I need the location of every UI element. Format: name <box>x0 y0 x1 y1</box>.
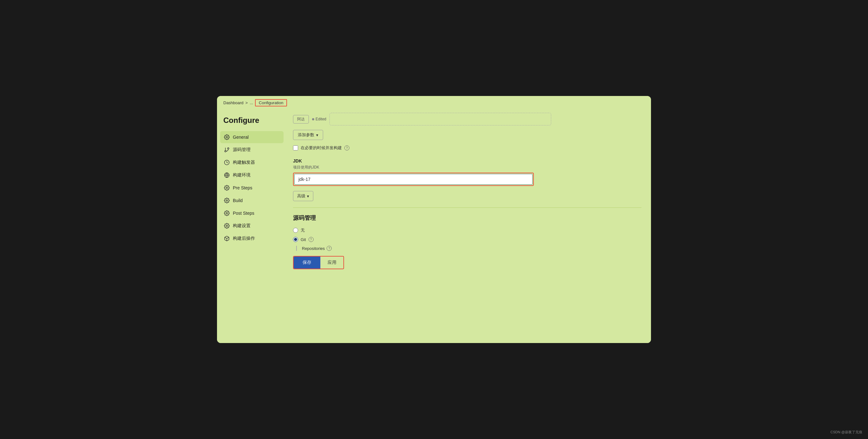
advanced-label: 高级 <box>297 193 305 199</box>
content-area: 阿达 Edited 添加参数 ▾ 在必要的时候并发构建 ? JDK <box>287 109 651 343</box>
top-bar: 阿达 Edited <box>293 109 642 130</box>
advanced-chevron-icon: ▾ <box>307 194 309 198</box>
watermark: CSDN @寂夜了无痕 <box>831 430 862 435</box>
presteps-gear-icon <box>224 185 230 191</box>
radio-none-label: 无 <box>301 227 305 233</box>
sidebar-item-build[interactable]: Build <box>220 194 283 207</box>
apply-button[interactable]: 应用 <box>320 256 343 269</box>
concurrent-build-row: 在必要的时候并发构建 ? <box>293 145 642 151</box>
jdk-section-subtitle: 项目使用的JDK <box>293 165 642 170</box>
sidebar-item-settings-label: 构建设置 <box>233 223 251 229</box>
sidebar-item-trigger-label: 构建触发器 <box>233 160 255 165</box>
settings-gear-icon <box>224 223 230 229</box>
add-param-button[interactable]: 添加参数 ▾ <box>293 130 323 140</box>
tab-label: 阿达 <box>297 117 305 122</box>
repositories-help-icon[interactable]: ? <box>327 246 332 251</box>
breadcrumb-sep1: > <box>246 100 248 105</box>
edited-badge: Edited <box>312 117 326 121</box>
jdk-select[interactable]: jdk-17 jdk-11 jdk-8 <box>294 174 532 185</box>
svg-point-3 <box>225 151 226 152</box>
dashed-drop-area <box>330 113 551 125</box>
breadcrumb-dashboard[interactable]: Dashboard <box>223 100 244 105</box>
tab-item[interactable]: 阿达 <box>293 115 309 124</box>
svg-point-7 <box>226 187 228 189</box>
radio-git-label: Git <box>301 237 306 242</box>
globe-icon <box>224 172 230 178</box>
build-gear-icon <box>224 198 230 203</box>
svg-point-0 <box>226 136 228 138</box>
sidebar-item-env[interactable]: 构建环境 <box>220 169 283 181</box>
add-param-label: 添加参数 <box>298 132 314 138</box>
svg-point-8 <box>226 200 228 201</box>
sidebar-item-presteps-label: Pre Steps <box>233 185 252 190</box>
bottom-bar: 保存 应用 <box>293 256 344 269</box>
repositories-row: Repositories ? <box>302 246 642 251</box>
section-divider <box>293 208 642 208</box>
source-section-title: 源码管理 <box>293 214 642 222</box>
svg-point-10 <box>226 225 228 227</box>
concurrent-build-checkbox[interactable] <box>293 146 298 151</box>
radio-git-row: Git ? <box>293 237 642 242</box>
sidebar-item-env-label: 构建环境 <box>233 172 251 178</box>
gear-icon <box>224 134 230 140</box>
svg-point-9 <box>226 213 228 214</box>
sidebar-item-source-label: 源码管理 <box>233 147 251 153</box>
sidebar-item-trigger[interactable]: 构建触发器 <box>220 156 283 168</box>
sidebar-item-settings[interactable]: 构建设置 <box>220 220 283 232</box>
add-param-dropdown-icon: ▾ <box>316 133 318 137</box>
sidebar-item-source[interactable]: 源码管理 <box>220 144 283 156</box>
radio-git[interactable] <box>293 237 298 242</box>
breadcrumb-current: Configuration <box>255 99 287 106</box>
sidebar-item-presteps[interactable]: Pre Steps <box>220 182 283 194</box>
sidebar-item-poststeps-label: Post Steps <box>233 211 254 216</box>
sidebar-item-postbuild-label: 构建后操作 <box>233 236 255 241</box>
sidebar-item-general-label: General <box>233 135 249 140</box>
sidebar: Configure General 源码管理 <box>217 109 287 343</box>
edited-text: Edited <box>315 117 326 121</box>
cube-icon <box>224 236 230 241</box>
radio-none-row: 无 <box>293 227 642 233</box>
concurrent-build-help-icon[interactable]: ? <box>344 146 349 151</box>
jdk-select-wrapper: jdk-17 jdk-11 jdk-8 <box>293 173 534 186</box>
edited-dot <box>312 118 314 120</box>
advanced-button[interactable]: 高级 ▾ <box>293 191 313 201</box>
concurrent-build-label: 在必要的时候并发构建 <box>301 145 342 151</box>
sidebar-item-build-label: Build <box>233 198 243 203</box>
radio-none[interactable] <box>293 228 298 233</box>
git-help-icon[interactable]: ? <box>309 237 314 242</box>
git-section: Repositories ? <box>296 246 642 251</box>
sidebar-title: Configure <box>220 116 283 131</box>
breadcrumb-ellipsis: ... <box>250 100 253 105</box>
svg-point-2 <box>227 148 229 149</box>
repositories-label: Repositories <box>302 246 325 251</box>
sidebar-item-poststeps[interactable]: Post Steps <box>220 207 283 219</box>
branch-icon <box>224 147 230 153</box>
sidebar-item-general[interactable]: General <box>220 131 283 143</box>
save-button[interactable]: 保存 <box>294 256 320 269</box>
clock-icon <box>224 160 230 165</box>
jdk-section-title: JDK <box>293 158 642 163</box>
poststeps-gear-icon <box>224 210 230 216</box>
sidebar-item-postbuild[interactable]: 构建后操作 <box>220 232 283 245</box>
